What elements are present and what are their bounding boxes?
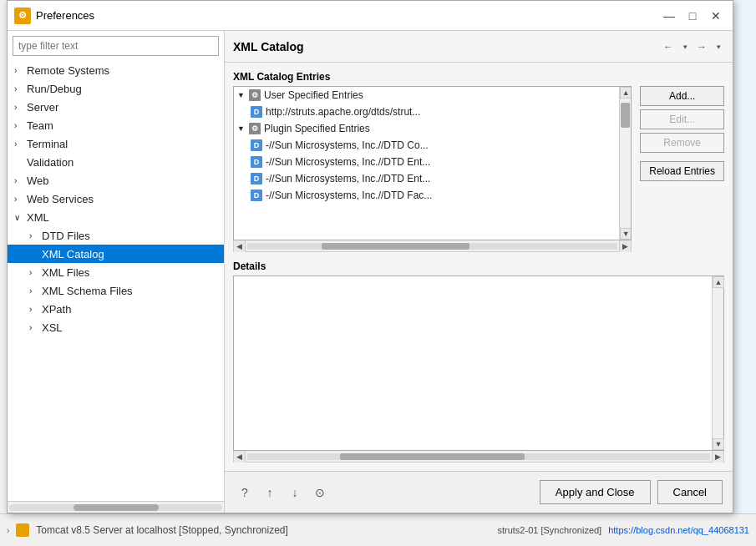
details-hscroll[interactable]: ◀ ▶ [233, 451, 724, 463]
action-buttons: Add... Edit... Remove Reload Entries [637, 86, 724, 181]
entry-item-label: http://struts.apache.org/dtds/strut... [266, 106, 420, 118]
taskbar-icon [16, 523, 29, 537]
dialog-icon: ⚙ [14, 8, 31, 24]
entry-item-struts-dtd[interactable]: Dhttp://struts.apache.org/dtds/strut... [247, 104, 619, 120]
right-header: XML Catalog ← ▾ → ▾ [225, 31, 733, 63]
filter-input[interactable] [13, 36, 219, 56]
entry-group-plugin-specified[interactable]: ▼⚙Plugin Specified Entries [234, 120, 619, 137]
chevron-icon: › [14, 139, 24, 149]
tree-item-server[interactable]: ›Server [8, 98, 224, 116]
bottom-right-buttons: Apply and Close Cancel [540, 480, 723, 504]
entries-row: ▼⚙User Specified EntriesDhttp://struts.a… [233, 86, 724, 252]
dialog-title: Preferences [36, 9, 659, 22]
details-label: Details [233, 260, 724, 272]
maximize-button[interactable]: □ [682, 8, 703, 24]
tree-item-terminal[interactable]: ›Terminal [8, 134, 224, 153]
tree-item-validation[interactable]: Validation [8, 153, 224, 171]
tree-item-web[interactable]: ›Web [8, 171, 224, 190]
cancel-button[interactable]: Cancel [657, 480, 723, 504]
right-panel-title: XML Catalog [233, 40, 304, 53]
chevron-icon: › [14, 195, 24, 204]
hscroll-track [247, 243, 617, 250]
left-hscroll[interactable] [8, 501, 224, 513]
restore-button[interactable]: ⊙ [310, 483, 330, 503]
apply-close-button[interactable]: Apply and Close [540, 480, 651, 504]
tree-container: ›Remote Systems›Run/Debug›Server›Team›Te… [8, 61, 224, 501]
tree-item-label: Validation [27, 156, 74, 169]
details-content [234, 276, 712, 450]
hscroll-left-arrow[interactable]: ◀ [234, 240, 246, 252]
tree-item-label: XML Files [42, 266, 89, 279]
tree-item-xml-schema[interactable]: ›XML Schema Files [8, 281, 224, 300]
entry-group-user-specified[interactable]: ▼⚙User Specified Entries [234, 87, 619, 104]
nav-back-button[interactable]: ← [659, 38, 677, 55]
scroll-thumb [621, 103, 630, 128]
details-hscroll-right[interactable]: ▶ [712, 451, 723, 463]
nav-controls: ← ▾ → ▾ [659, 38, 724, 55]
entry-item-sun-dtd2[interactable]: D-//Sun Microsystems, Inc.//DTD Ent... [247, 154, 619, 170]
remove-button[interactable]: Remove [640, 133, 724, 153]
edit-button[interactable]: Edit... [640, 109, 724, 129]
nav-back-dropdown[interactable]: ▾ [679, 38, 691, 55]
right-panel: XML Catalog ← ▾ → ▾ XML Catalog Entries [225, 31, 733, 513]
entry-item-label: -//Sun Microsystems, Inc.//DTD Ent... [266, 173, 430, 185]
entry-item-sun-dtd4[interactable]: D-//Sun Microsystems, Inc.//DTD Fac... [247, 187, 619, 204]
entry-item-sun-dtd3[interactable]: D-//Sun Microsystems, Inc.//DTD Ent... [247, 170, 619, 187]
reload-button[interactable]: Reload Entries [640, 161, 724, 181]
entry-group-icon: ⚙ [249, 89, 261, 101]
preferences-dialog: ⚙ Preferences — □ ✕ ›Remote Systems›Run/… [7, 0, 733, 513]
entry-group-icon: ⚙ [249, 123, 261, 134]
catalog-entries-label: XML Catalog Entries [233, 71, 724, 83]
entries-vscroll[interactable]: ▲ ▼ [619, 87, 631, 240]
taskbar-url: https://blog.csdn.net/qq_44068131 [608, 525, 749, 535]
details-hscroll-thumb [340, 453, 525, 460]
details-scroll-down[interactable]: ▼ [713, 438, 724, 450]
tree-item-run-debug[interactable]: ›Run/Debug [8, 79, 224, 98]
tree-item-team[interactable]: ›Team [8, 116, 224, 134]
chevron-icon: › [29, 231, 39, 240]
entry-file-icon: D [251, 190, 262, 201]
entry-item-sun-dtd1[interactable]: D-//Sun Microsystems, Inc.//DTD Co... [247, 137, 619, 154]
tree-item-xpath[interactable]: ›XPath [8, 300, 224, 318]
minimize-button[interactable]: — [659, 8, 679, 24]
entry-file-icon: D [251, 173, 262, 185]
tree-item-xml-catalog[interactable]: XML Catalog [8, 245, 224, 263]
tree-item-xml-files[interactable]: ›XML Files [8, 263, 224, 281]
entry-group-label: User Specified Entries [264, 89, 363, 101]
tree-item-remote-systems[interactable]: ›Remote Systems [8, 61, 224, 79]
bottom-left-icons: ? ↑ ↓ ⊙ [235, 483, 330, 503]
tree-item-web-services[interactable]: ›Web Services [8, 190, 224, 208]
tree-item-dtd-files[interactable]: ›DTD Files [8, 226, 224, 245]
entry-file-icon: D [251, 139, 262, 151]
tree-item-label: XML [27, 211, 49, 224]
close-button[interactable]: ✕ [706, 8, 726, 24]
tree-item-label: Server [27, 101, 58, 114]
details-hscroll-left[interactable]: ◀ [234, 451, 246, 463]
nav-forward-dropdown[interactable]: ▾ [713, 38, 724, 55]
chevron-icon: › [29, 305, 39, 314]
chevron-icon: ∨ [14, 213, 24, 222]
nav-forward-button[interactable]: → [693, 38, 711, 55]
help-button[interactable]: ? [235, 483, 255, 503]
add-button[interactable]: Add... [640, 86, 724, 106]
hscroll-thumb [322, 243, 469, 250]
tree-item-label: Run/Debug [27, 83, 82, 95]
tree-item-xsl[interactable]: ›XSL [8, 318, 224, 336]
import-button[interactable]: ↑ [260, 483, 280, 503]
hscroll-right-arrow[interactable]: ▶ [619, 240, 631, 252]
entries-hscroll[interactable]: ◀ ▶ [233, 240, 632, 252]
chevron-icon: › [29, 268, 39, 277]
details-vscroll[interactable]: ▲ ▼ [712, 276, 723, 450]
export-button[interactable]: ↓ [285, 483, 305, 503]
tree-item-xml[interactable]: ∨XML [8, 208, 224, 226]
details-scroll-up[interactable]: ▲ [713, 276, 724, 288]
scroll-up-arrow[interactable]: ▲ [620, 87, 632, 99]
bottom-bar: ? ↑ ↓ ⊙ Apply and Close Cancel [225, 471, 733, 513]
scroll-down-arrow[interactable]: ▼ [620, 228, 632, 240]
taskbar-text: Tomcat v8.5 Server at localhost [Stopped… [36, 524, 482, 536]
entries-tree[interactable]: ▼⚙User Specified EntriesDhttp://struts.a… [234, 87, 619, 240]
chevron-icon: › [14, 176, 24, 185]
catalog-entries-area: XML Catalog Entries ▼⚙User Specified Ent… [233, 71, 724, 252]
entry-chevron-icon: ▼ [237, 91, 247, 99]
tree-item-label: XPath [42, 303, 71, 316]
